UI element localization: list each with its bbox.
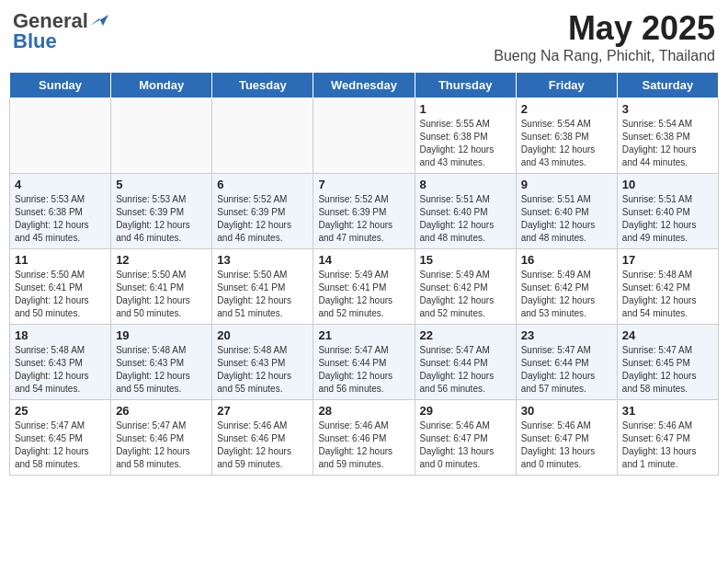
weekday-header-tuesday: Tuesday [212,73,313,98]
calendar-cell: 27Sunrise: 5:46 AM Sunset: 6:46 PM Dayli… [212,400,313,476]
day-number: 11 [15,253,106,267]
calendar-cell: 11Sunrise: 5:50 AM Sunset: 6:41 PM Dayli… [10,249,111,325]
day-number: 13 [217,253,308,267]
calendar-cell: 28Sunrise: 5:46 AM Sunset: 6:46 PM Dayli… [313,400,415,476]
calendar-cell: 1Sunrise: 5:55 AM Sunset: 6:38 PM Daylig… [415,98,516,174]
calendar-cell: 15Sunrise: 5:49 AM Sunset: 6:42 PM Dayli… [415,249,516,325]
calendar-cell: 26Sunrise: 5:47 AM Sunset: 6:46 PM Dayli… [111,400,212,476]
calendar-cell: 4Sunrise: 5:53 AM Sunset: 6:38 PM Daylig… [10,174,111,249]
calendar-week-row: 25Sunrise: 5:47 AM Sunset: 6:45 PM Dayli… [10,400,719,476]
day-number: 18 [15,328,106,342]
calendar-cell [313,98,415,174]
calendar-cell: 10Sunrise: 5:51 AM Sunset: 6:40 PM Dayli… [617,174,718,249]
day-info: Sunrise: 5:47 AM Sunset: 6:44 PM Dayligh… [420,344,511,396]
logo: General Blue [13,9,108,53]
day-number: 16 [521,253,612,267]
calendar-cell: 24Sunrise: 5:47 AM Sunset: 6:45 PM Dayli… [617,325,718,400]
calendar-cell: 23Sunrise: 5:47 AM Sunset: 6:44 PM Dayli… [516,325,617,400]
calendar-body: 1Sunrise: 5:55 AM Sunset: 6:38 PM Daylig… [10,98,719,476]
day-info: Sunrise: 5:54 AM Sunset: 6:38 PM Dayligh… [622,118,713,169]
calendar-table: SundayMondayTuesdayWednesdayThursdayFrid… [9,72,719,476]
day-number: 20 [217,328,308,342]
calendar-cell: 19Sunrise: 5:48 AM Sunset: 6:43 PM Dayli… [111,325,212,400]
calendar-cell [212,98,313,174]
day-number: 3 [622,102,713,116]
calendar-cell: 8Sunrise: 5:51 AM Sunset: 6:40 PM Daylig… [415,174,516,249]
day-number: 4 [15,178,106,191]
weekday-header-thursday: Thursday [415,73,516,98]
day-info: Sunrise: 5:51 AM Sunset: 6:40 PM Dayligh… [622,193,713,245]
calendar-cell: 21Sunrise: 5:47 AM Sunset: 6:44 PM Dayli… [313,325,415,400]
day-info: Sunrise: 5:46 AM Sunset: 6:47 PM Dayligh… [521,419,612,471]
day-info: Sunrise: 5:48 AM Sunset: 6:42 PM Dayligh… [622,269,713,320]
calendar-week-row: 4Sunrise: 5:53 AM Sunset: 6:38 PM Daylig… [10,174,719,249]
calendar-cell: 18Sunrise: 5:48 AM Sunset: 6:43 PM Dayli… [10,325,111,400]
day-number: 10 [622,178,713,191]
logo-bird-icon [90,11,108,26]
location-title: Bueng Na Rang, Phichit, Thailand [494,48,715,64]
weekday-header-friday: Friday [516,73,617,98]
day-number: 31 [622,404,713,418]
calendar-cell: 14Sunrise: 5:49 AM Sunset: 6:41 PM Dayli… [313,249,415,325]
day-info: Sunrise: 5:50 AM Sunset: 6:41 PM Dayligh… [217,269,308,320]
calendar-week-row: 1Sunrise: 5:55 AM Sunset: 6:38 PM Daylig… [10,98,719,174]
calendar-cell: 31Sunrise: 5:46 AM Sunset: 6:47 PM Dayli… [617,400,718,476]
day-info: Sunrise: 5:53 AM Sunset: 6:38 PM Dayligh… [15,193,106,245]
day-number: 6 [217,178,308,191]
day-info: Sunrise: 5:47 AM Sunset: 6:46 PM Dayligh… [116,419,207,471]
logo-blue-text: Blue [13,29,57,53]
month-title: May 2025 [494,9,715,48]
calendar-cell: 2Sunrise: 5:54 AM Sunset: 6:38 PM Daylig… [516,98,617,174]
day-info: Sunrise: 5:49 AM Sunset: 6:42 PM Dayligh… [420,269,511,320]
calendar-cell: 16Sunrise: 5:49 AM Sunset: 6:42 PM Dayli… [516,249,617,325]
day-number: 1 [420,102,511,116]
weekday-header-sunday: Sunday [10,73,111,98]
weekday-header-saturday: Saturday [617,73,718,98]
calendar-week-row: 11Sunrise: 5:50 AM Sunset: 6:41 PM Dayli… [10,249,719,325]
calendar-cell: 3Sunrise: 5:54 AM Sunset: 6:38 PM Daylig… [617,98,718,174]
day-info: Sunrise: 5:48 AM Sunset: 6:43 PM Dayligh… [116,344,207,396]
day-number: 21 [318,328,409,342]
calendar-cell: 6Sunrise: 5:52 AM Sunset: 6:39 PM Daylig… [212,174,313,249]
day-info: Sunrise: 5:48 AM Sunset: 6:43 PM Dayligh… [217,344,308,396]
day-info: Sunrise: 5:47 AM Sunset: 6:44 PM Dayligh… [318,344,409,396]
calendar-cell [10,98,111,174]
day-info: Sunrise: 5:46 AM Sunset: 6:47 PM Dayligh… [420,419,511,471]
day-info: Sunrise: 5:49 AM Sunset: 6:41 PM Dayligh… [318,269,409,320]
day-info: Sunrise: 5:53 AM Sunset: 6:39 PM Dayligh… [116,193,207,245]
day-info: Sunrise: 5:50 AM Sunset: 6:41 PM Dayligh… [116,269,207,320]
day-number: 30 [521,404,612,418]
day-number: 29 [420,404,511,418]
calendar-cell: 13Sunrise: 5:50 AM Sunset: 6:41 PM Dayli… [212,249,313,325]
day-info: Sunrise: 5:50 AM Sunset: 6:41 PM Dayligh… [15,269,106,320]
day-number: 2 [521,102,612,116]
day-number: 24 [622,328,713,342]
day-info: Sunrise: 5:46 AM Sunset: 6:47 PM Dayligh… [622,419,713,471]
calendar-week-row: 18Sunrise: 5:48 AM Sunset: 6:43 PM Dayli… [10,325,719,400]
day-info: Sunrise: 5:55 AM Sunset: 6:38 PM Dayligh… [420,118,511,169]
day-info: Sunrise: 5:47 AM Sunset: 6:44 PM Dayligh… [521,344,612,396]
title-section: May 2025 Bueng Na Rang, Phichit, Thailan… [494,9,715,64]
day-info: Sunrise: 5:52 AM Sunset: 6:39 PM Dayligh… [217,193,308,245]
day-number: 27 [217,404,308,418]
page-header: General Blue May 2025 Bueng Na Rang, Phi… [9,9,719,64]
day-info: Sunrise: 5:54 AM Sunset: 6:38 PM Dayligh… [521,118,612,169]
day-number: 8 [420,178,511,191]
day-number: 23 [521,328,612,342]
day-number: 5 [116,178,207,191]
calendar-cell: 30Sunrise: 5:46 AM Sunset: 6:47 PM Dayli… [516,400,617,476]
calendar-cell: 20Sunrise: 5:48 AM Sunset: 6:43 PM Dayli… [212,325,313,400]
day-info: Sunrise: 5:51 AM Sunset: 6:40 PM Dayligh… [420,193,511,245]
day-info: Sunrise: 5:49 AM Sunset: 6:42 PM Dayligh… [521,269,612,320]
calendar-cell: 17Sunrise: 5:48 AM Sunset: 6:42 PM Dayli… [617,249,718,325]
day-number: 9 [521,178,612,191]
day-number: 25 [15,404,106,418]
day-number: 17 [622,253,713,267]
day-info: Sunrise: 5:47 AM Sunset: 6:45 PM Dayligh… [622,344,713,396]
day-info: Sunrise: 5:52 AM Sunset: 6:39 PM Dayligh… [318,193,409,245]
weekday-header-wednesday: Wednesday [313,73,415,98]
day-info: Sunrise: 5:46 AM Sunset: 6:46 PM Dayligh… [217,419,308,471]
calendar-cell [111,98,212,174]
calendar-cell: 5Sunrise: 5:53 AM Sunset: 6:39 PM Daylig… [111,174,212,249]
day-number: 28 [318,404,409,418]
